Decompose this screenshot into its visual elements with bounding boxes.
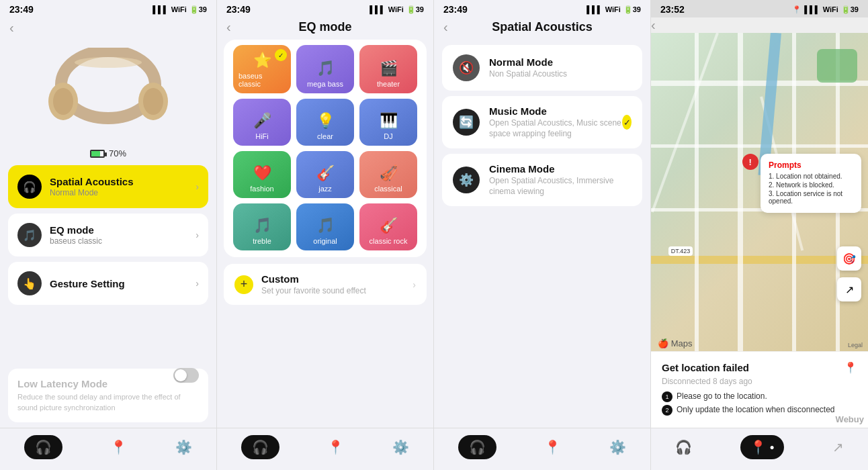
acoustic-music-sub: Open Spatial Acoustics, Music scene spac… xyxy=(489,118,622,139)
back-button-4[interactable]: ‹ xyxy=(651,17,656,32)
panel-spatial: 23:49 ▌▌▌ WiFi 🔋39 ‹ Spatial Acoustics 🔇… xyxy=(434,0,651,470)
eq-tile-icon-dj: 🎹 xyxy=(380,112,398,130)
wifi-icon-3: WiFi xyxy=(605,5,621,13)
prompts-item-1: 1. Location not obtained. xyxy=(769,173,853,180)
custom-row[interactable]: + Custom Set your favorite sound effect … xyxy=(224,264,427,305)
tab-headphone-icon: 🎧 xyxy=(35,439,52,455)
signal-icon-3: ▌▌▌ xyxy=(587,5,602,13)
eq-tile-classic-rock[interactable]: 🎸 classic rock xyxy=(359,203,417,250)
gesture-title: Gesture Setting xyxy=(50,278,196,289)
acoustic-music-icon: 🔄 xyxy=(453,109,480,136)
map-send-button[interactable]: ↗ xyxy=(837,277,861,301)
gesture-text: Gesture Setting xyxy=(50,278,196,289)
acoustic-music[interactable]: 🔄 Music Mode Open Spatial Acoustics, Mus… xyxy=(442,96,642,148)
tab3-headphone[interactable]: 🎧 xyxy=(458,435,496,459)
eq-tile-dj[interactable]: 🎹 DJ xyxy=(359,99,417,146)
tab2-headphone[interactable]: 🎧 xyxy=(241,435,279,459)
status-bar-3: 23:49 ▌▌▌ WiFi 🔋39 xyxy=(434,0,650,17)
eq-tile-icon-mega: 🎵 xyxy=(316,60,335,77)
tab4-headphone-icon: 🎧 xyxy=(675,439,692,455)
status-icons-1: ▌▌▌ WiFi 🔋39 xyxy=(153,5,207,14)
eq-tile-icon-fashion: ❤️ xyxy=(253,164,271,182)
tip-dot-1: 1 xyxy=(662,391,672,402)
nav-bar-4: ‹ xyxy=(651,17,868,33)
prompts-item-3: 3. Location service is not opened. xyxy=(769,190,853,205)
eq-tile-fashion[interactable]: ❤️ fashion xyxy=(233,151,291,198)
tab4-headphone[interactable]: 🎧 xyxy=(675,439,692,455)
eq-tile-label-treble: treble xyxy=(253,237,271,245)
location-failed-sub: Disconnected 8 days ago xyxy=(662,377,857,386)
tip-text-1: Please go to the location. xyxy=(677,391,767,402)
eq-tile-treble[interactable]: 🎵 treble xyxy=(233,203,291,250)
menu-item-eq[interactable]: 🎵 EQ mode baseus classic › xyxy=(8,214,208,256)
tab-bar-4: 🎧 📍 ● ↗ xyxy=(651,428,868,470)
menu-item-spatial[interactable]: 🎧 Spatial Acoustics Normal Mode › xyxy=(8,165,208,208)
eq-tile-mega-bass[interactable]: 🎵 mega bass xyxy=(296,45,354,93)
gesture-chevron: › xyxy=(196,278,199,289)
menu-item-gesture[interactable]: 👆 Gesture Setting › xyxy=(8,262,208,305)
signal-icon-1: ▌▌▌ xyxy=(153,5,168,13)
eq-tile-theater[interactable]: 🎬 theater xyxy=(359,45,417,93)
tab4-location[interactable]: 📍 ● xyxy=(740,435,783,459)
tab4-share[interactable]: ↗ xyxy=(832,439,844,455)
back-button-3[interactable]: ‹ xyxy=(443,19,448,35)
tab3-location-icon: 📍 xyxy=(544,439,561,455)
tab3-settings-icon: ⚙️ xyxy=(609,439,626,455)
back-button-1[interactable]: ‹ xyxy=(9,20,14,36)
prompts-box: Prompts 1. Location not obtained. 2. Net… xyxy=(761,154,861,213)
eq-tile-label-dj: DJ xyxy=(384,132,392,140)
location-active-icon: 📍 xyxy=(792,5,801,14)
tab3-headphone-icon: 🎧 xyxy=(469,439,486,455)
tab3-settings[interactable]: ⚙️ xyxy=(609,439,626,455)
eq-tile-classical[interactable]: 🎻 classical xyxy=(359,151,417,198)
eq-tile-original[interactable]: 🎵 original xyxy=(296,203,354,250)
panel-device: 23:49 ▌▌▌ WiFi 🔋39 ‹ 70% 🎧 xyxy=(0,0,217,470)
eq-tile-label-classic-rock: classic rock xyxy=(370,237,408,245)
eq-tile-clear[interactable]: 💡 clear xyxy=(296,99,354,146)
acoustic-music-check: ✓ xyxy=(622,115,632,130)
eq-tile-label-mega: mega bass xyxy=(307,80,343,88)
eq-tile-label-hifi: HiFi xyxy=(255,132,269,140)
custom-title: Custom xyxy=(261,273,366,285)
back-button-2[interactable]: ‹ xyxy=(226,19,231,35)
eq-tile-icon-original: 🎵 xyxy=(316,217,335,234)
road-label: DT.423 xyxy=(668,246,693,256)
tab3-location[interactable]: 📍 xyxy=(544,439,561,455)
eq-tile-icon-hifi: 🎤 xyxy=(253,112,271,130)
battery-row: 70% xyxy=(0,146,216,165)
custom-text: Custom Set your favorite sound effect xyxy=(261,273,366,295)
svg-point-5 xyxy=(75,57,142,68)
acoustic-music-title: Music Mode xyxy=(489,105,622,117)
tab2-settings[interactable]: ⚙️ xyxy=(392,439,409,455)
status-icons-2: ▌▌▌ WiFi 🔋39 xyxy=(370,5,424,14)
spatial-subtitle: Normal Mode xyxy=(50,188,196,197)
menu-list: 🎧 Spatial Acoustics Normal Mode › 🎵 EQ m… xyxy=(0,165,216,369)
apple-icon: 🍎 xyxy=(658,338,668,348)
status-bar-2: 23:49 ▌▌▌ WiFi 🔋39 xyxy=(217,0,433,17)
low-latency-toggle[interactable] xyxy=(173,368,199,383)
eq-tile-baseus-classic[interactable]: ✓ ⭐ baseus classic xyxy=(233,45,291,93)
acoustic-music-text: Music Mode Open Spatial Acoustics, Music… xyxy=(489,105,622,139)
map-location-button[interactable]: 🎯 xyxy=(837,246,861,271)
battery-icon-1: 🔋39 xyxy=(189,5,207,14)
tab2-location[interactable]: 📍 xyxy=(327,439,344,455)
spatial-page-title: Spatial Acoustics xyxy=(492,20,592,34)
spatial-title: Spatial Acoustics xyxy=(50,176,196,187)
battery-icon-3: 🔋39 xyxy=(623,5,641,14)
time-2: 23:49 xyxy=(226,4,251,15)
tab-headphone[interactable]: 🎧 xyxy=(24,435,62,459)
tab-location[interactable]: 📍 xyxy=(110,439,127,455)
signal-icon-4: ▌▌▌ xyxy=(804,5,820,13)
svg-point-2 xyxy=(53,88,73,115)
eq-tile-icon-treble: 🎵 xyxy=(253,217,271,234)
location-failed-header: Get location failed 📍 xyxy=(662,361,857,374)
panel-eq: 23:49 ▌▌▌ WiFi 🔋39 ‹ EQ mode ✓ ⭐ baseus … xyxy=(217,0,434,470)
eq-tile-hifi[interactable]: 🎤 HiFi xyxy=(233,99,291,146)
tab-bar-2: 🎧 📍 ⚙️ xyxy=(217,428,433,470)
tab4-location-label: ● xyxy=(769,442,774,452)
acoustic-normal[interactable]: 🔇 Normal Mode Non Spatial Acoustics xyxy=(442,45,642,91)
tab-settings[interactable]: ⚙️ xyxy=(175,439,192,455)
acoustic-cinema[interactable]: ⚙️ Cinema Mode Open Spatial Acoustics, I… xyxy=(442,154,642,206)
eq-tile-icon-baseus: ⭐ xyxy=(253,52,271,69)
eq-tile-jazz[interactable]: 🎸 jazz xyxy=(296,151,354,198)
